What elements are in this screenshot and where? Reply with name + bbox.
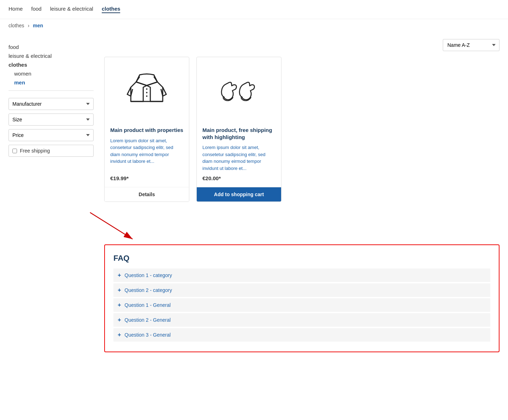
faq-item-1[interactable]: + Question 1 - category	[113, 269, 490, 282]
svg-point-0	[146, 88, 147, 90]
sidebar: food leisure & electrical clothes women …	[9, 39, 94, 352]
faq-expand-icon-4: +	[118, 317, 121, 323]
free-shipping-filter[interactable]: Free shipping	[9, 145, 94, 157]
product-name-2: Main product, free shipping with highlig…	[202, 127, 275, 140]
faq-title: FAQ	[113, 254, 490, 263]
sidebar-item-women[interactable]: women	[14, 69, 94, 78]
svg-line-5	[90, 212, 133, 239]
product-desc-1: Lorem ipsum dolor sit amet, consetetur s…	[110, 137, 183, 172]
top-navigation: Home food leisure & electrical clothes	[0, 0, 508, 19]
manufacturer-filter[interactable]: Manufacturer	[9, 98, 94, 110]
jacket-icon	[125, 68, 168, 110]
faq-item-4[interactable]: + Question 2 - General	[113, 313, 490, 327]
faq-expand-icon-3: +	[118, 302, 121, 308]
sidebar-item-men[interactable]: men	[14, 78, 94, 87]
sidebar-item-clothes[interactable]: clothes	[9, 60, 94, 69]
free-shipping-checkbox[interactable]	[12, 149, 17, 153]
faq-item-2[interactable]: + Question 2 - category	[113, 283, 490, 297]
red-arrow	[62, 209, 140, 244]
product-price-1: €19.99*	[110, 175, 183, 181]
details-button-1[interactable]: Details	[105, 187, 189, 201]
product-price-2: €20.00*	[202, 175, 275, 181]
product-info-1: Main product with properties Lorem ipsum…	[105, 121, 189, 187]
faq-question-2: Question 2 - category	[124, 287, 172, 293]
faq-items: + Question 1 - category + Question 2 - c…	[113, 269, 490, 342]
product-card-2: Main product, free shipping with highlig…	[196, 57, 281, 202]
price-filter[interactable]: Price	[9, 129, 94, 141]
product-image-2	[197, 57, 281, 121]
svg-point-2	[146, 95, 147, 97]
sort-select[interactable]: Name A-Z Name Z-A Price low to high Pric…	[443, 39, 499, 51]
add-to-cart-button[interactable]: Add to shopping cart	[197, 187, 281, 201]
faq-item-3[interactable]: + Question 1 - General	[113, 298, 490, 312]
product-actions-1: Details	[105, 187, 189, 201]
faq-expand-icon-2: +	[118, 287, 121, 293]
faq-question-3: Question 1 - General	[124, 302, 171, 308]
product-info-2: Main product, free shipping with highlig…	[197, 121, 281, 187]
faq-item-5[interactable]: + Question 3 - General	[113, 328, 490, 342]
mittens-icon	[218, 68, 260, 110]
sidebar-categories: food leisure & electrical clothes women …	[9, 39, 94, 91]
product-name-1: Main product with properties	[110, 127, 183, 134]
nav-leisure[interactable]: leisure & electrical	[50, 6, 93, 13]
breadcrumb-current: men	[33, 23, 43, 28]
product-card-1: Main product with properties Lorem ipsum…	[104, 57, 189, 202]
sidebar-filters: Manufacturer Size Price Free shipping	[9, 98, 94, 157]
nav-food[interactable]: food	[31, 6, 41, 13]
annotation-area: FAQ + Question 1 - category + Question 2…	[104, 209, 499, 352]
faq-question-4: Question 2 - General	[124, 317, 171, 323]
breadcrumb: clothes › men	[0, 19, 508, 32]
sidebar-subcategories: women men	[9, 69, 94, 87]
product-image-1	[105, 57, 189, 121]
faq-expand-icon-1: +	[118, 272, 121, 278]
main-layout: food leisure & electrical clothes women …	[0, 32, 508, 359]
product-actions-2: Add to shopping cart	[197, 187, 281, 201]
content-header: Name A-Z Name Z-A Price low to high Pric…	[104, 39, 499, 51]
breadcrumb-separator: ›	[28, 23, 29, 28]
nav-clothes[interactable]: clothes	[102, 6, 121, 13]
products-grid: Main product with properties Lorem ipsum…	[104, 57, 499, 202]
sidebar-item-leisure[interactable]: leisure & electrical	[9, 51, 94, 60]
breadcrumb-parent[interactable]: clothes	[9, 23, 24, 28]
svg-point-1	[146, 92, 147, 93]
faq-question-1: Question 1 - category	[124, 272, 172, 278]
free-shipping-label: Free shipping	[20, 148, 50, 154]
size-filter[interactable]: Size	[9, 114, 94, 126]
faq-question-5: Question 3 - General	[124, 332, 171, 338]
content-area: Name A-Z Name Z-A Price low to high Pric…	[104, 39, 499, 352]
nav-home[interactable]: Home	[9, 6, 23, 13]
product-desc-2: Lorem ipsum dolor sit amet, consetetur s…	[202, 144, 275, 172]
sidebar-item-food[interactable]: food	[9, 43, 94, 51]
faq-expand-icon-5: +	[118, 332, 121, 338]
faq-section: FAQ + Question 1 - category + Question 2…	[104, 244, 499, 352]
